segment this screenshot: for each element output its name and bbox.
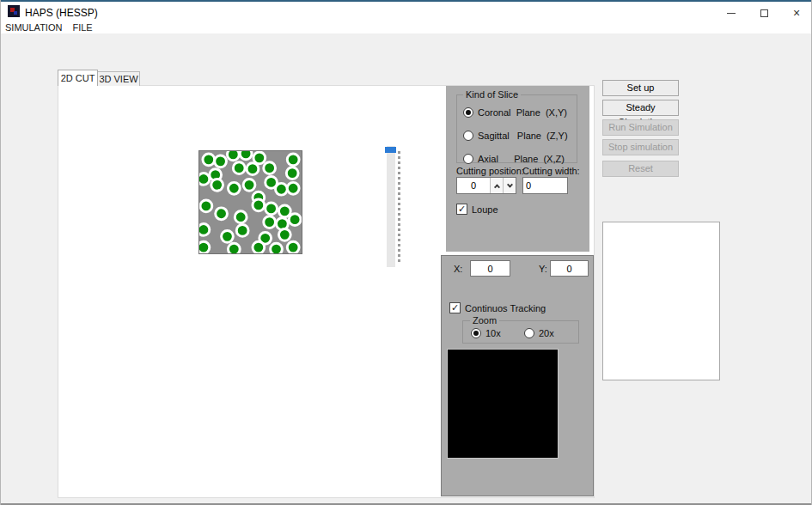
results-display-box [602,222,720,380]
radio-icon [463,107,473,118]
continuous-tracking-label: Continuos Tracking [465,303,546,313]
radio-coronal-plane[interactable]: Coronal Plane (X,Y) [463,106,567,119]
x-field [470,260,510,277]
particle [228,182,240,194]
radio-zoom-10x[interactable]: 10x [471,327,501,339]
particle [287,182,299,194]
particle [278,205,290,217]
slice-panel: Kind of Slice Coronal Plane (X,Y) Sagitt… [446,86,589,252]
tab-3d-view[interactable]: 3D VIEW [98,71,140,86]
particle [287,241,299,253]
particle [253,199,265,211]
kind-of-slice-title: Kind of Slice [463,89,521,100]
particle [287,154,299,166]
particle [266,203,278,215]
particle [203,154,215,166]
particle [289,214,301,226]
radio-zoom-20x[interactable]: 20x [524,327,554,339]
continuous-tracking-row[interactable]: ✓ Continuos Tracking [449,302,546,313]
particle [227,151,239,161]
chevron-up-icon [493,184,499,190]
title-bar: HAPS (HESSP) × [1,2,812,21]
radio-icon [463,131,473,141]
particle [243,179,255,191]
slice-slider-track[interactable] [387,146,395,267]
menu-file[interactable]: FILE [67,22,97,33]
cutting-position-label: Cutting position: [456,166,524,176]
particle [247,163,259,175]
loupe-label: Loupe [472,204,498,215]
particle [235,211,247,223]
particle [264,162,276,174]
stop-simulation-button[interactable]: Stop simulation [602,139,679,155]
window-title: HAPS (HESSP) [25,3,98,22]
y-label: Y: [539,264,547,274]
reset-button[interactable]: Reset [602,161,679,177]
particle [216,208,228,220]
specimen-canvas[interactable] [198,150,302,254]
maximize-icon [760,9,768,17]
tracking-panel: X: Y: ✓ Continuos Tracking Zoom 10x 20x [441,255,594,496]
zoom-group-title: Zoom [470,315,499,326]
particle [211,179,223,191]
setup-button[interactable]: Set up [602,80,679,96]
minimize-icon [727,13,736,14]
continuous-tracking-checkbox[interactable]: ✓ [449,302,461,313]
particle [199,173,210,186]
loupe-viewport [447,349,559,459]
slice-slider-thumb[interactable] [385,147,396,153]
radio-icon [463,154,473,164]
cutting-position-input[interactable] [457,178,490,193]
zoom-group: Zoom 10x 20x [462,320,579,344]
cutting-width-input[interactable] [526,178,567,193]
loupe-checkbox[interactable]: ✓ [456,204,467,215]
chevron-down-icon [506,181,512,187]
radio-axial-plane[interactable]: Axial Plane (X,Z) [463,153,565,165]
spinner-down-button[interactable] [503,178,516,193]
maximize-button[interactable] [748,3,780,22]
particle [278,228,290,240]
steady-simulation-button[interactable]: Steady Simulation [602,100,679,116]
close-icon: × [793,7,800,19]
kind-of-slice-group: Kind of Slice Coronal Plane (X,Y) Sagitt… [456,94,577,163]
radio-icon [471,328,481,338]
cutting-position-spinner [456,177,516,194]
app-icon [8,5,20,17]
particle [253,241,265,253]
cutting-width-field [522,177,568,194]
radio-sagittal-plane[interactable]: Sagittal Plane (Z,Y) [463,130,568,142]
cutting-width-label: Cutting width: [522,166,580,176]
particle [199,224,210,236]
window-controls: × [715,3,812,22]
particle [215,155,227,167]
particle [199,241,210,253]
spinner-up-button[interactable] [490,178,503,193]
particle [286,167,298,179]
run-simulation-button[interactable]: Run Simulation [602,119,679,136]
slider-tick-marks [398,151,400,264]
tab-2d-cut[interactable]: 2D CUT [58,70,98,86]
x-input[interactable] [471,261,510,276]
particle [264,216,276,228]
check-icon: ✓ [458,204,466,214]
particle [271,243,283,253]
particle [200,200,212,212]
particle [222,230,234,242]
particle [276,183,288,195]
menu-simulation[interactable]: SIMULATION [1,22,67,33]
x-label: X: [454,264,462,274]
particle [240,151,252,160]
y-input[interactable] [551,261,588,276]
particle [253,152,266,164]
y-field [550,260,589,277]
particle [228,243,240,253]
particle-field [199,151,302,253]
menu-bar: SIMULATION FILE [1,21,812,33]
close-button[interactable]: × [780,3,812,22]
minimize-button[interactable] [715,3,748,22]
check-icon: ✓ [451,303,459,313]
loupe-checkbox-row[interactable]: ✓ Loupe [456,204,498,215]
radio-icon [524,328,534,338]
particle [236,225,248,237]
particle [233,162,245,174]
